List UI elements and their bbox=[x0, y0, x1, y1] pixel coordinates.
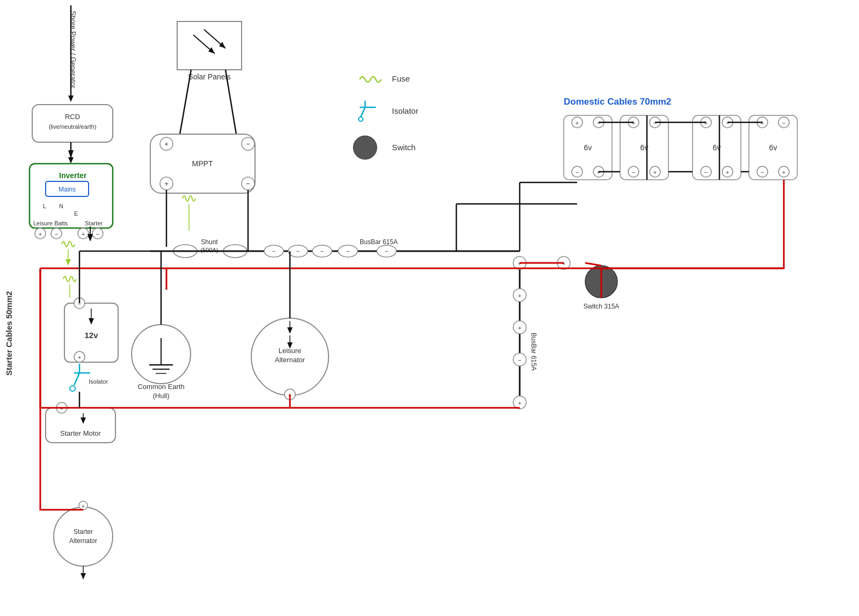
svg-text:−: − bbox=[246, 180, 250, 188]
battery1-label: 6v bbox=[584, 143, 592, 152]
svg-text:+: + bbox=[39, 231, 42, 237]
svg-text:+: + bbox=[518, 400, 521, 406]
svg-text:−: − bbox=[321, 248, 324, 254]
svg-text:+: + bbox=[518, 325, 521, 331]
svg-text:−: − bbox=[55, 231, 58, 237]
busbar-615a-v-label: BusBar 615A bbox=[530, 333, 537, 371]
switch-legend-label: Switch bbox=[392, 143, 416, 152]
svg-marker-163 bbox=[88, 234, 93, 240]
svg-point-3 bbox=[353, 136, 377, 159]
svg-point-66 bbox=[70, 386, 75, 391]
solar-panels-label: Solar Panels bbox=[188, 72, 230, 81]
svg-text:−: − bbox=[782, 120, 785, 126]
svg-text:+: + bbox=[518, 292, 521, 299]
svg-text:+: + bbox=[82, 231, 85, 237]
svg-text:−: − bbox=[576, 169, 579, 175]
starter-motor-label: Starter Motor bbox=[60, 429, 101, 437]
svg-text:+: + bbox=[726, 169, 729, 175]
svg-text:−: − bbox=[385, 248, 388, 254]
diagram-container: Fuse Isolator Switch Domestic Cables 70m… bbox=[0, 0, 859, 616]
svg-line-31 bbox=[225, 70, 236, 134]
starter-label-inv: Starter bbox=[85, 220, 103, 226]
common-earth-label2: (Hull) bbox=[152, 392, 169, 400]
busbar-615a-h-label: BusBar 615A bbox=[360, 238, 398, 246]
leisure-alt-label2: Alternator bbox=[275, 356, 305, 364]
common-earth-label: Common Earth bbox=[137, 383, 184, 391]
battery4-label: 6v bbox=[769, 143, 777, 152]
svg-point-72 bbox=[54, 507, 113, 566]
svg-text:−: − bbox=[632, 169, 635, 175]
isolator-label-12v: Isolator bbox=[89, 378, 108, 385]
svg-point-2 bbox=[359, 117, 363, 121]
switch-315a-label: Switch 315A bbox=[584, 303, 620, 310]
svg-text:−: − bbox=[704, 169, 708, 175]
e-label: E bbox=[74, 210, 78, 217]
rcd-label: RCD bbox=[65, 113, 80, 121]
svg-text:−: − bbox=[761, 169, 764, 175]
svg-marker-5 bbox=[68, 96, 74, 102]
svg-rect-67 bbox=[46, 408, 115, 443]
svg-text:+: + bbox=[782, 169, 785, 175]
shunt-500a: (500A) bbox=[200, 247, 218, 253]
svg-text:+: + bbox=[82, 503, 85, 509]
mains-label: Mains bbox=[59, 186, 76, 193]
svg-marker-22 bbox=[65, 259, 71, 266]
svg-text:+: + bbox=[653, 169, 657, 175]
svg-marker-76 bbox=[81, 573, 86, 580]
inverter-label: Inverter bbox=[59, 171, 87, 180]
starter-cables-label: Starter Cables 50mm2 bbox=[4, 291, 13, 376]
svg-text:+: + bbox=[164, 180, 169, 188]
shunt-label: Shunt bbox=[201, 238, 218, 246]
svg-text:−: − bbox=[296, 248, 300, 254]
l-label: L bbox=[43, 203, 46, 209]
svg-text:+: + bbox=[576, 120, 579, 126]
domestic-cables-title: Domestic Cables 70mm2 bbox=[564, 97, 671, 107]
leisure-batts-label: Leisure Batts bbox=[33, 220, 68, 226]
rcd-sublabel: (live/neutral/earth) bbox=[49, 123, 97, 130]
svg-text:−: − bbox=[346, 248, 350, 254]
svg-line-30 bbox=[180, 70, 191, 134]
svg-line-157 bbox=[585, 263, 601, 266]
svg-text:−: − bbox=[246, 140, 250, 148]
svg-marker-161 bbox=[68, 150, 74, 158]
fuse-legend-label: Fuse bbox=[392, 74, 410, 83]
12v-label: 12v bbox=[84, 331, 98, 340]
svg-text:−: − bbox=[272, 248, 275, 254]
starter-alt-label2: Alternator bbox=[69, 537, 97, 545]
isolator-legend-label: Isolator bbox=[392, 106, 418, 115]
n-label: N bbox=[59, 203, 63, 209]
svg-rect-25 bbox=[177, 21, 242, 70]
svg-text:−: − bbox=[518, 357, 521, 363]
svg-text:+: + bbox=[164, 140, 169, 148]
svg-text:+: + bbox=[78, 354, 81, 361]
mppt-label: MPPT bbox=[192, 159, 213, 168]
svg-text:−: − bbox=[96, 231, 99, 237]
starter-alt-label: Starter bbox=[74, 528, 93, 536]
